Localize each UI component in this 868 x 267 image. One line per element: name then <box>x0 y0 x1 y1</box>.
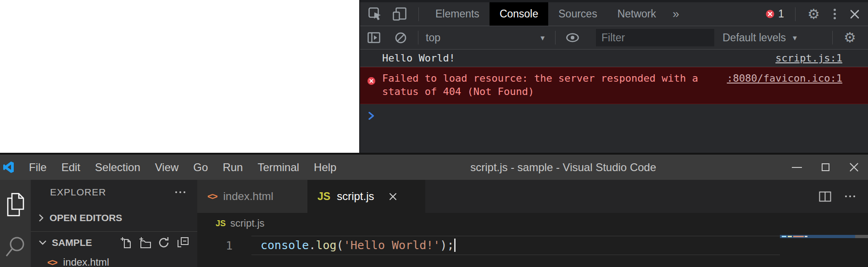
tab-sources[interactable]: Sources <box>548 2 607 26</box>
new-folder-icon[interactable] <box>139 237 151 249</box>
menu-terminal[interactable]: Terminal <box>250 155 306 180</box>
devtools-panel: Elements Console Sources Network » 1 ⚙ <box>359 0 868 153</box>
menu-help[interactable]: Help <box>306 155 344 180</box>
log-levels-value: Default levels <box>723 32 786 44</box>
close-tab-icon[interactable] <box>389 192 397 201</box>
editor-group: <> index.html JS script.js <box>197 180 868 267</box>
explorer-title: EXPLORER <box>50 187 106 198</box>
kebab-menu-icon[interactable] <box>834 9 836 19</box>
breadcrumb[interactable]: JS script.js <box>197 213 868 234</box>
console-log-row: Hello World! script.js:1 <box>360 50 868 67</box>
divider <box>555 31 556 44</box>
console-toolbar: top ▼ Default levels ▼ ⚙ <box>360 26 868 50</box>
console-sidebar-toggle-icon[interactable] <box>367 31 381 44</box>
browser-page-blank <box>0 0 359 153</box>
code-token: 'Hello World!' <box>344 239 440 252</box>
vscode-logo-icon <box>3 161 14 173</box>
vscode-title-bar: File Edit Selection View Go Run Terminal… <box>0 155 868 180</box>
menu-view[interactable]: View <box>148 155 186 180</box>
error-circle-icon <box>367 75 375 98</box>
tab-elements[interactable]: Elements <box>425 2 490 26</box>
maximize-icon <box>822 163 829 171</box>
close-icon <box>849 162 859 172</box>
close-window-button[interactable] <box>840 155 868 180</box>
error-message: Failed to load resource: the server resp… <box>382 72 709 98</box>
dropdown-arrow-icon: ▼ <box>539 34 546 42</box>
activity-bar <box>0 180 31 267</box>
text-cursor <box>454 239 456 252</box>
explorer-icon[interactable] <box>6 193 25 218</box>
menu-selection[interactable]: Selection <box>88 155 148 180</box>
open-editors-label: OPEN EDITORS <box>50 212 122 223</box>
javascript-context-select[interactable]: top ▼ <box>426 32 546 44</box>
menu-go[interactable]: Go <box>186 155 215 180</box>
log-message: Hello World! <box>382 52 455 64</box>
maximize-button[interactable] <box>811 155 840 180</box>
minimize-button[interactable] <box>783 155 811 180</box>
collapse-folders-icon[interactable] <box>177 237 189 249</box>
screenshot-root: Elements Console Sources Network » 1 ⚙ <box>0 0 868 267</box>
divider <box>418 31 418 44</box>
explorer-sidebar: EXPLORER OPEN EDITORS SAMPLE <box>31 180 197 267</box>
settings-gear-icon[interactable]: ⚙ <box>807 7 820 21</box>
html-file-icon: <> <box>207 191 217 202</box>
divider <box>795 7 796 21</box>
close-devtools-icon[interactable] <box>850 9 860 19</box>
split-editor-icon[interactable] <box>819 191 831 202</box>
js-file-icon: JS <box>216 219 226 228</box>
context-value: top <box>426 32 440 44</box>
code-token: . <box>309 239 316 252</box>
log-levels-select[interactable]: Default levels ▼ <box>723 32 798 44</box>
js-file-icon: JS <box>317 190 330 203</box>
menu-edit[interactable]: Edit <box>54 155 88 180</box>
inspect-element-icon[interactable] <box>368 7 382 21</box>
console-settings-gear-icon[interactable]: ⚙ <box>844 31 856 44</box>
new-file-icon[interactable] <box>121 237 132 249</box>
device-toolbar-icon[interactable] <box>392 7 407 21</box>
menu-file[interactable]: File <box>22 155 54 180</box>
minimap-code-marks <box>782 236 807 237</box>
tab-console[interactable]: Console <box>490 2 548 26</box>
source-link-favicon[interactable]: :8080/favicon.ico:1 <box>727 72 842 85</box>
clear-console-icon[interactable] <box>395 32 407 44</box>
views-and-more-actions-icon[interactable] <box>175 191 185 193</box>
editor-tab-bar: <> index.html JS script.js <box>197 180 868 213</box>
tab-label: script.js <box>337 190 374 203</box>
file-item-index-html[interactable]: <> index.html <box>31 253 197 267</box>
more-tabs-chevron-icon[interactable]: » <box>673 7 679 21</box>
console-prompt[interactable] <box>360 104 868 122</box>
window-title: script.js - sample - Visual Studio Code <box>344 161 783 174</box>
code-line-1: console.log('Hello World!'); <box>261 239 456 252</box>
prompt-chevron-icon <box>368 111 375 120</box>
divider <box>418 7 419 21</box>
dropdown-arrow-icon: ▼ <box>791 34 798 42</box>
menu-run[interactable]: Run <box>215 155 250 180</box>
minimize-icon <box>792 167 802 168</box>
folder-name-label: SAMPLE <box>52 237 92 248</box>
error-count-badge[interactable]: 1 <box>766 8 784 20</box>
section-sample-folder[interactable]: SAMPLE <box>31 231 197 253</box>
file-name: index.html <box>63 256 109 267</box>
eye-icon[interactable] <box>566 33 579 42</box>
refresh-icon[interactable] <box>158 237 170 248</box>
console-error-row: Failed to load resource: the server resp… <box>360 67 868 104</box>
breadcrumb-file: script.js <box>230 217 265 229</box>
search-icon[interactable] <box>6 236 25 264</box>
minimap[interactable] <box>780 235 855 238</box>
more-actions-icon[interactable] <box>845 195 855 197</box>
section-open-editors[interactable]: OPEN EDITORS <box>31 205 197 231</box>
filter-input[interactable] <box>596 29 714 46</box>
devtools-tab-bar: Elements Console Sources Network » 1 ⚙ <box>360 0 868 26</box>
code-token: console <box>261 239 309 252</box>
divider <box>832 31 833 44</box>
source-link-script-js[interactable]: script.js:1 <box>775 52 842 64</box>
minimap-slider[interactable] <box>855 235 868 238</box>
tab-label: index.html <box>223 190 273 203</box>
editor-tab-index-html[interactable]: <> index.html <box>197 180 307 213</box>
sidebar-header: EXPLORER <box>31 180 197 205</box>
tab-network[interactable]: Network <box>607 2 666 26</box>
code-token: ( <box>337 239 344 252</box>
code-editor[interactable]: 1 console.log('Hello World!'); <box>197 234 868 267</box>
editor-tab-script-js[interactable]: JS script.js <box>307 180 425 213</box>
line-number: 1 <box>226 239 233 252</box>
